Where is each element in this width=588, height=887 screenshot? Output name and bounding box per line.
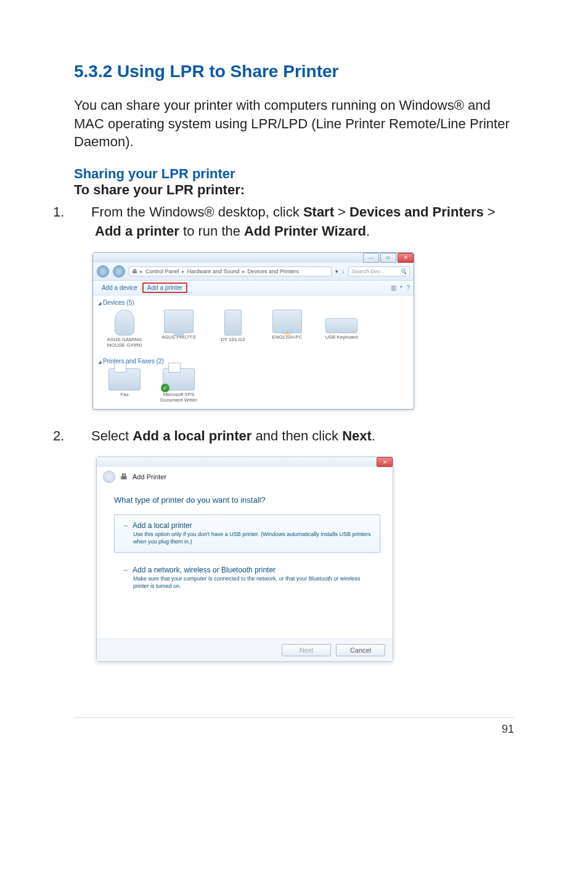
toolbar-add-printer[interactable]: Add a printer [142, 283, 187, 293]
printer-icon: 🖶 [120, 472, 128, 481]
device-label: Fax [120, 392, 128, 397]
step-1-devices: Devices and Printers [349, 204, 484, 220]
device-item[interactable]: DT 101 G2 [210, 310, 256, 348]
option-title: Add a network, wireless or Bluetooth pri… [133, 566, 276, 574]
toolbar-add-device[interactable]: Add a device [97, 283, 142, 292]
option-add-network-printer[interactable]: →Add a network, wireless or Bluetooth pr… [114, 559, 380, 596]
step-1-wizard: Add Printer Wizard [244, 223, 366, 239]
wizard-next-button[interactable]: Next [282, 644, 331, 656]
group-printers-title: Printers and Faxes (2) [103, 358, 164, 365]
step-2-mid: and then click [251, 428, 342, 444]
wizard-question: What type of printer do you want to inst… [114, 495, 380, 505]
breadcrumb-part-0[interactable]: Control Panel [145, 268, 179, 274]
window-close-button[interactable]: ✕ [398, 253, 414, 263]
step-1-gt1: > [334, 204, 349, 220]
option-add-local-printer[interactable]: →Add a local printer Use this option onl… [114, 514, 380, 552]
option-desc: Use this option only if you don't have a… [133, 531, 372, 545]
group-printers-header[interactable]: ◢Printers and Faxes (2) [93, 354, 414, 366]
device-label: DT 101 G2 [221, 337, 245, 342]
subheading-sharing: Sharing your LPR printer [74, 166, 514, 182]
device-item[interactable]: ASUS PM17TS [156, 310, 202, 348]
device-label: Microsoft XPS Document Writer [160, 392, 197, 403]
step-2-addlocal: Add a local printer [133, 428, 251, 444]
option-desc: Make sure that your computer is connecte… [133, 576, 372, 590]
group-devices-row: ASUS GAMING MOUSE GX950 ASUS PM17TS DT 1… [93, 307, 414, 354]
step-1-addprinter: Add a printer [95, 223, 179, 239]
section-heading: 5.3.2 Using LPR to Share Printer [74, 62, 514, 81]
fax-icon [108, 368, 141, 390]
step-2-suffix: . [372, 428, 375, 444]
step-2: 2.Select Add a local printer and then cl… [74, 427, 514, 446]
arrow-icon: → [122, 566, 129, 574]
group-printers-row: Fax Microsoft XPS Document Writer [93, 366, 414, 409]
window-minimize-button[interactable]: — [363, 253, 379, 263]
option-title: Add a local printer [133, 521, 192, 530]
wizard-close-button[interactable]: ✕ [377, 457, 393, 467]
device-label: USB Keyboard [325, 334, 358, 340]
keyboard-icon [325, 318, 357, 333]
breadcrumb-part-1[interactable]: Hardware and Sound [187, 268, 240, 274]
step-1-start: Start [303, 204, 334, 220]
screenshot-devices-printers: — ▭ ✕ 🖶 ▸ Control Panel ▸ Hardware and S… [92, 252, 414, 410]
refresh-icon[interactable]: ↓ [342, 268, 345, 274]
drive-icon [224, 310, 242, 336]
search-icon: 🔍 [400, 268, 407, 274]
step-1: 1.From the Windows® desktop, click Start… [74, 203, 514, 241]
subheading-toshare: To share your LPR printer: [74, 182, 514, 198]
breadcrumb[interactable]: 🖶 ▸ Control Panel ▸ Hardware and Sound ▸… [129, 266, 332, 276]
nav-forward-button[interactable] [113, 265, 125, 278]
device-item[interactable]: ENGLISH-PC [264, 310, 310, 348]
search-input[interactable]: Search Dev... 🔍 [348, 266, 410, 276]
step-1-suffix: . [366, 223, 370, 239]
mouse-icon [115, 310, 134, 336]
step-1-mid: to run the [179, 223, 244, 239]
device-item[interactable]: Microsoft XPS Document Writer [156, 368, 202, 403]
arrow-icon: → [122, 522, 129, 529]
printer-icon [163, 368, 195, 390]
screenshot-add-printer-wizard: ✕ 🖶 Add Printer What type of printer do … [96, 456, 393, 662]
step-2-num: 2. [74, 427, 91, 446]
device-item[interactable]: Fax [102, 368, 147, 403]
computer-icon [272, 310, 302, 333]
breadcrumb-part-2[interactable]: Devices and Printers [248, 268, 299, 274]
group-devices-header[interactable]: ◢Devices (5) [93, 295, 414, 307]
device-item[interactable]: ASUS GAMING MOUSE GX950 [102, 310, 147, 348]
step-1-gt2: > [484, 204, 496, 220]
step-1-prefix: From the Windows® desktop, click [91, 204, 303, 220]
group-devices-title: Devices (5) [103, 299, 134, 306]
toolbar-view-icon[interactable]: ▥ [391, 284, 396, 291]
nav-back-button[interactable] [97, 265, 109, 278]
wizard-cancel-button[interactable]: Cancel [336, 644, 385, 656]
step-2-next: Next [342, 428, 372, 444]
step-1-num: 1. [74, 203, 91, 222]
wizard-title: Add Printer [133, 473, 166, 481]
device-item[interactable]: USB Keyboard [319, 310, 364, 348]
breadcrumb-icon: 🖶 [132, 268, 137, 274]
wizard-back-button[interactable] [103, 471, 115, 483]
page-number: 91 [502, 723, 514, 735]
step-2-prefix: Select [91, 428, 133, 444]
intro-paragraph: You can share your printer with computer… [74, 96, 514, 151]
window-maximize-button[interactable]: ▭ [380, 253, 396, 263]
monitor-icon [164, 310, 194, 333]
device-label: ASUS GAMING MOUSE GX950 [107, 337, 142, 348]
toolbar-help-icon[interactable]: ? [406, 284, 410, 291]
search-placeholder: Search Dev... [351, 268, 385, 274]
